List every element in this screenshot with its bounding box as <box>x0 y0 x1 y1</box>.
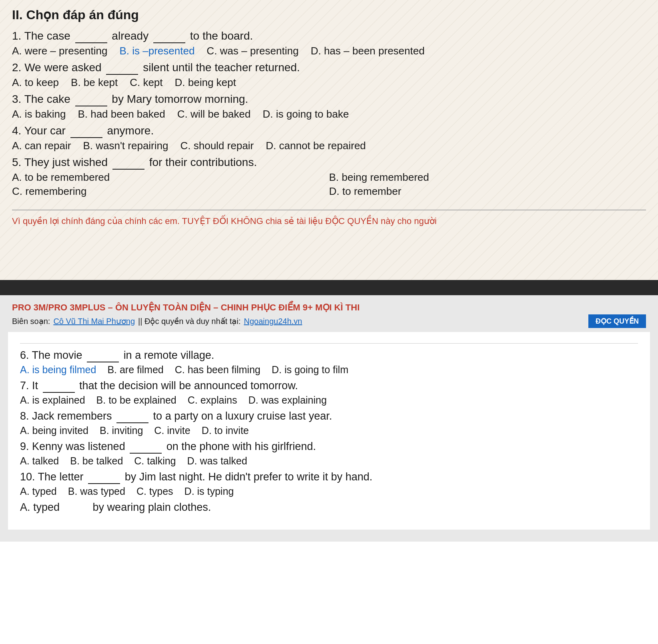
q7-answers: A. is explained B. to be explained C. ex… <box>20 394 638 406</box>
q1-optC: C. was – presenting <box>207 45 299 57</box>
pro-subtitle-wrapper: Biên soạn: Cô Vũ Thi Mai Phương || Độc q… <box>12 314 646 328</box>
q7-optB: B. to be explained <box>96 394 177 406</box>
q10-optC: C. types <box>136 486 173 497</box>
q5-blank <box>112 156 144 170</box>
bottom-content: 6. The movie in a remote village. A. is … <box>8 332 650 530</box>
q6-text: 6. The movie in a remote village. <box>20 349 638 362</box>
q10-optB: B. was typed <box>68 486 125 497</box>
pro-website-link[interactable]: Ngoaingu24h.vn <box>244 317 302 326</box>
question-3: 3. The cake by Mary tomorrow morning. A.… <box>12 93 646 120</box>
q9-end: on the phone with his girlfriend. <box>167 440 316 452</box>
q9-blank <box>130 440 162 454</box>
q1-blank1 <box>75 30 107 43</box>
q3-optA: A. is baking <box>12 108 66 120</box>
q9-optC: C. talking <box>134 455 176 467</box>
q6-optA: A. is being filmed <box>20 364 96 376</box>
q3-answers: A. is baking B. had been baked C. will b… <box>12 108 646 120</box>
q7-text: 7. It that the decision will be announce… <box>20 380 638 393</box>
pro-subtitle: Biên soạn: Cô Vũ Thi Mai Phương || Độc q… <box>12 316 302 326</box>
q5-label: 5. They just wished <box>12 156 108 168</box>
question-4: 4. Your car anymore. A. can repair B. wa… <box>12 124 646 152</box>
q2-answers: A. to keep B. be kept C. kept D. being k… <box>12 76 646 89</box>
q3-label: 3. The cake <box>12 93 70 105</box>
q1-optB: B. is –presented <box>119 45 195 57</box>
q5-answers: A. to be remembered B. being remembered … <box>12 171 646 198</box>
q9-answers: A. talked B. be talked C. talking D. was… <box>20 455 638 467</box>
q1-mid: already <box>112 30 152 42</box>
q10-blank <box>88 471 120 484</box>
question-5: 5. They just wished for their contributi… <box>12 156 646 198</box>
q5-optD: D. to remember <box>329 185 646 198</box>
q1-label: 1. The case <box>12 30 70 42</box>
q3-text: 3. The cake by Mary tomorrow morning. <box>12 93 646 106</box>
q11-optA: A. typed <box>20 501 60 513</box>
q9-optD: D. was talked <box>187 455 247 467</box>
q4-end: anymore. <box>107 124 154 137</box>
question-1: 1. The case already to the board. A. wer… <box>12 30 646 57</box>
pro-title: PRO 3M/PRO 3MPLUS – ÔN LUYỆN TOÀN DIỆN –… <box>12 302 646 313</box>
q8-label: 8. Jack remembers <box>20 410 112 422</box>
q5-text: 5. They just wished for their contributi… <box>12 156 646 170</box>
pro-header: PRO 3M/PRO 3MPLUS – ÔN LUYỆN TOÀN DIỆN –… <box>0 295 658 332</box>
q4-optA: A. can repair <box>12 140 71 152</box>
q2-optD: D. being kept <box>175 76 236 89</box>
q4-optD: D. cannot be repaired <box>266 140 366 152</box>
q10-text: 10. The letter by Jim last night. He did… <box>20 471 638 484</box>
q3-optB: B. had been baked <box>78 108 165 120</box>
q6-blank <box>87 349 119 362</box>
q8-text: 8. Jack remembers to a party on a luxury… <box>20 410 638 423</box>
pro-subtitle-pre: Biên soạn: <box>12 316 50 326</box>
q9-optA: A. talked <box>20 455 59 467</box>
q8-blank <box>116 410 148 423</box>
doc-quyen-badge: ĐỌC QUYỀN <box>588 314 646 328</box>
q6-optC: C. has been filming <box>175 364 261 376</box>
top-section: II. Chọn đáp án đúng 1. The case already… <box>0 0 658 280</box>
pro-author-link[interactable]: Cô Vũ Thi Mai Phương <box>53 316 135 326</box>
q6-answers: A. is being filmed B. are filmed C. has … <box>20 364 638 376</box>
q4-label: 4. Your car <box>12 124 66 137</box>
q8-optB: B. inviting <box>100 425 143 436</box>
q8-optC: C. invite <box>154 425 190 436</box>
q4-optC: C. should repair <box>180 140 254 152</box>
q10-end: by Jim last night. He didn't prefer to w… <box>125 471 373 483</box>
question-9: 9. Kenny was listened on the phone with … <box>20 440 638 467</box>
q2-blank <box>106 61 138 75</box>
question-10: 10. The letter by Jim last night. He did… <box>20 471 638 497</box>
q1-end: to the board. <box>190 30 253 42</box>
q1-optD: D. has – been presented <box>311 45 425 57</box>
q2-optB: B. be kept <box>71 76 118 89</box>
q9-text: 9. Kenny was listened on the phone with … <box>20 440 638 454</box>
q9-label: 9. Kenny was listened <box>20 440 125 452</box>
q5-optA: A. to be remembered <box>12 171 329 184</box>
q2-end: silent until the teacher returned. <box>143 61 300 74</box>
q1-text: 1. The case already to the board. <box>12 30 646 43</box>
q8-optD: D. to invite <box>202 425 249 436</box>
q7-end: that the decision will be announced tomo… <box>79 380 298 392</box>
q4-text: 4. Your car anymore. <box>12 124 646 138</box>
q1-answers: A. were – presenting B. is –presented C.… <box>12 45 646 57</box>
q2-text: 2. We were asked silent until the teache… <box>12 61 646 75</box>
q1-blank2 <box>153 30 185 43</box>
q7-optC: C. explains <box>188 394 237 406</box>
q6-optB: B. are filmed <box>107 364 163 376</box>
q1-optA: A. were – presenting <box>12 45 107 57</box>
q10-optD: D. is typing <box>185 486 234 497</box>
q10-label: 10. The letter <box>20 471 84 483</box>
q9-optB: B. be talked <box>70 455 123 467</box>
q6-optD: D. is going to film <box>272 364 349 376</box>
question-7: 7. It that the decision will be announce… <box>20 380 638 406</box>
q3-end: by Mary tomorrow morning. <box>112 93 248 105</box>
question-8: 8. Jack remembers to a party on a luxury… <box>20 410 638 436</box>
divider <box>20 343 638 344</box>
q8-end: to a party on a luxury cruise last year. <box>153 410 332 422</box>
section-title: II. Chọn đáp án đúng <box>12 7 646 22</box>
q11-optB-partial: by wearing plain clothes. <box>93 501 211 513</box>
q10-answers: A. typed B. was typed C. types D. is typ… <box>20 486 638 497</box>
q5-end: for their contributions. <box>149 156 257 168</box>
q5-optB: B. being remembered <box>329 171 646 184</box>
question-11-partial: A. typed by wearing plain clothes. <box>20 501 638 514</box>
q4-answers: A. can repair B. wasn't repairing C. sho… <box>12 140 646 152</box>
question-2: 2. We were asked silent until the teache… <box>12 61 646 89</box>
q4-blank <box>70 124 102 138</box>
q7-label: 7. It <box>20 380 38 392</box>
